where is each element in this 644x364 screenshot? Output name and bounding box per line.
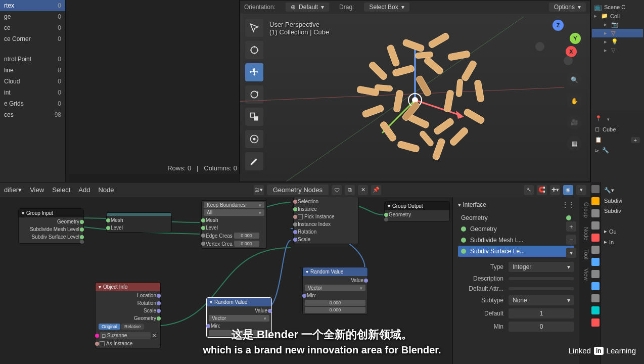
zoom-icon[interactable]: 🔍 bbox=[567, 72, 582, 87]
socket-vertex-crease[interactable]: Vertex Crea 0.000 bbox=[204, 240, 264, 247]
socket-item[interactable]: Subdivide Mesh L... bbox=[458, 235, 574, 246]
min-x[interactable]: 0.000 bbox=[305, 300, 365, 306]
domain-row[interactable]: ce Corner0 bbox=[0, 33, 65, 44]
min-y[interactable]: 0.000 bbox=[305, 307, 365, 313]
default-attr-input[interactable] bbox=[509, 287, 574, 290]
menu-select[interactable]: Select bbox=[52, 186, 70, 194]
tab-node[interactable]: Node bbox=[580, 227, 589, 240]
tab-constraints-icon[interactable] bbox=[591, 294, 600, 302]
modifier-row[interactable]: Subdivi bbox=[603, 196, 642, 206]
panel-menu-icon[interactable]: ⋮⋮ bbox=[562, 201, 574, 208]
snap-icon[interactable]: 🧲 bbox=[537, 185, 547, 195]
socket-min[interactable]: Min: bbox=[305, 292, 365, 299]
node-subdivide-mesh[interactable]: Mesh Level bbox=[106, 212, 172, 233]
node-canvas[interactable]: ▸ ○ GeometryNodes ▸ ○ Geometry Nodes ▾Gr… bbox=[0, 197, 452, 364]
node-group-output[interactable]: ▾Group Output Geometry bbox=[384, 201, 450, 221]
camera-view-icon[interactable]: 🎥 bbox=[567, 115, 582, 130]
min-input[interactable]: 0 bbox=[509, 322, 574, 332]
parent-nodegroup-icon[interactable]: ↖ bbox=[524, 185, 534, 195]
outliner-header[interactable]: 📺Scene C bbox=[592, 2, 643, 12]
duplicate-icon[interactable]: ⧉ bbox=[345, 185, 355, 195]
gizmo-neg-axis[interactable] bbox=[535, 42, 544, 51]
modifier-row[interactable]: ▸Ou bbox=[603, 226, 642, 237]
description-input[interactable] bbox=[509, 277, 574, 280]
modifier-row[interactable]: Subdiv bbox=[603, 206, 642, 216]
tab-world-icon[interactable] bbox=[591, 234, 600, 242]
socket-edge-crease[interactable]: Edge Creas 0.000 bbox=[204, 232, 264, 239]
boundary-dropdown[interactable]: Keep Boundaries bbox=[204, 202, 264, 208]
gizmo-z-axis[interactable]: Z bbox=[553, 20, 564, 31]
domain-row[interactable]: Cloud0 bbox=[0, 76, 65, 87]
interface-header[interactable]: ▾ Interface ⋮⋮ bbox=[458, 201, 574, 212]
socket-geometry[interactable]: Geometry bbox=[98, 315, 158, 322]
node-random-value-1[interactable]: ▾Random Value Value Vector Min: 0.000 bbox=[206, 297, 272, 338]
tab-render-icon[interactable] bbox=[591, 185, 600, 193]
socket-value[interactable]: Value bbox=[209, 307, 269, 314]
gizmo-x-axis[interactable]: X bbox=[566, 46, 577, 57]
snap-options-icon[interactable]: ✚▾ bbox=[550, 185, 560, 195]
pin-icon[interactable]: 📌 bbox=[371, 185, 381, 195]
type-dropdown[interactable]: Vector bbox=[305, 285, 365, 291]
tab-viewlayer-icon[interactable] bbox=[591, 209, 600, 217]
domain-row[interactable]: ntrol Point0 bbox=[0, 54, 65, 65]
socket-min[interactable]: Min: bbox=[209, 323, 269, 329]
min-value[interactable]: 0.000 bbox=[209, 330, 269, 336]
default-input[interactable]: 1 bbox=[509, 308, 574, 318]
socket-selection[interactable]: Selection bbox=[296, 198, 356, 205]
tab-data-icon[interactable] bbox=[591, 306, 600, 314]
socket-scale[interactable]: Scale bbox=[296, 236, 356, 243]
tab-physics-icon[interactable] bbox=[591, 282, 600, 290]
node-subdivision-surface[interactable]: Keep Boundaries All Mesh Level Edge Crea… bbox=[201, 200, 267, 249]
outliner-item-cube[interactable]: ▸▽ bbox=[592, 29, 643, 37]
domain-row[interactable]: line0 bbox=[0, 65, 65, 76]
outliner-collection[interactable]: ▸📁Coll bbox=[592, 12, 643, 20]
mode-original[interactable]: Original bbox=[99, 324, 120, 330]
3d-viewport[interactable]: Orientation: ⊕Default▾ Drag: Select Box▾… bbox=[240, 0, 590, 182]
outliner-item-light[interactable]: ▸💡 bbox=[592, 37, 643, 46]
socket-subdiv-surface-level[interactable]: Subdiv Surface Level bbox=[21, 234, 81, 240]
socket-pick-instance[interactable]: Pick Instance bbox=[296, 213, 356, 220]
domain-row[interactable]: rtex0 bbox=[0, 0, 65, 11]
socket-geometry[interactable]: Geometry bbox=[387, 211, 447, 218]
socket-rotation[interactable]: Rotation bbox=[296, 229, 356, 235]
socket-item[interactable]: Geometry bbox=[458, 223, 574, 235]
remove-socket-button[interactable]: － bbox=[566, 235, 576, 245]
domain-row[interactable]: int0 bbox=[0, 87, 65, 98]
pin-row[interactable]: 📍 bbox=[594, 113, 641, 124]
socket-level[interactable]: Level bbox=[109, 224, 169, 231]
type-dropdown[interactable]: Vector bbox=[209, 315, 269, 322]
tab-object-icon[interactable] bbox=[591, 246, 600, 254]
gizmo-y-axis[interactable]: Y bbox=[570, 33, 581, 44]
uv-smooth-dropdown[interactable]: All bbox=[204, 209, 264, 216]
mode-relative[interactable]: Relative bbox=[121, 324, 144, 330]
unlink-icon[interactable]: ✕ bbox=[358, 185, 368, 195]
subtype-dropdown[interactable]: None▾ bbox=[509, 295, 574, 305]
outliner-item-camera[interactable]: ▸📷 bbox=[592, 20, 643, 29]
domain-row[interactable]: e Grids0 bbox=[0, 98, 65, 109]
tab-group[interactable]: Group bbox=[580, 202, 589, 218]
editor-type-dropdown[interactable]: difier▾ bbox=[4, 186, 22, 194]
socket-empty[interactable] bbox=[387, 219, 447, 220]
gizmo-neg-axis[interactable] bbox=[564, 56, 573, 65]
socket-mesh[interactable]: Mesh bbox=[204, 217, 264, 223]
nodegroup-name[interactable]: Geometry Nodes bbox=[267, 185, 329, 195]
domain-row[interactable]: ces98 bbox=[0, 109, 65, 120]
socket-geometry[interactable]: Geometry bbox=[21, 218, 81, 225]
object-picker[interactable]: ◻ Suzanne✕ bbox=[98, 332, 158, 339]
tab-particles-icon[interactable] bbox=[591, 270, 600, 278]
overlay-options-icon[interactable]: ▾ bbox=[576, 185, 586, 195]
editor-type-icon[interactable]: 🔧▾ bbox=[603, 185, 642, 196]
socket-mesh[interactable]: Mesh bbox=[109, 217, 169, 223]
socket-instance-index[interactable]: Instance Index bbox=[296, 221, 356, 228]
socket-rotation[interactable]: Rotation bbox=[98, 300, 158, 306]
tab-modifier-icon[interactable] bbox=[591, 258, 600, 266]
menu-add[interactable]: Add bbox=[78, 186, 90, 194]
type-dropdown[interactable]: Integer▾ bbox=[509, 262, 574, 272]
object-name-row[interactable]: ◻Cube bbox=[594, 124, 641, 134]
socket-instance[interactable]: Instance bbox=[296, 206, 356, 212]
add-socket-button[interactable]: ＋ bbox=[566, 221, 576, 232]
shield-icon[interactable]: 🛡 bbox=[332, 185, 342, 195]
socket-level[interactable]: Level bbox=[204, 224, 264, 231]
node-instance-on-points[interactable]: Selection Instance Pick Instance Instanc… bbox=[293, 197, 359, 244]
modifier-row[interactable]: ▸In bbox=[603, 237, 642, 247]
